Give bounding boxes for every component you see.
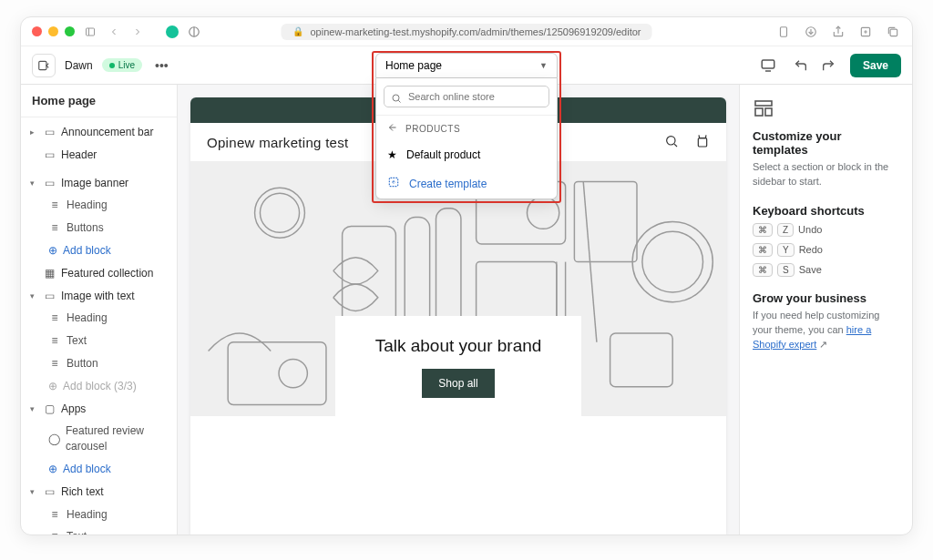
sidebar-toggle-icon[interactable]	[82, 24, 98, 40]
svg-point-22	[667, 136, 675, 144]
close-window-icon[interactable]	[32, 26, 42, 36]
block-ib-heading[interactable]: ≡Heading	[21, 194, 177, 217]
url-bar[interactable]: 🔒 opinew-marketing-test.myshopify.com/ad…	[282, 24, 652, 40]
section-tree: ▸▭Announcement bar ▭Header ▾▭Image banne…	[21, 117, 177, 535]
block-iwt-heading[interactable]: ≡Heading	[21, 307, 177, 330]
cart-icon[interactable]	[695, 134, 710, 151]
undo-button[interactable]	[790, 55, 812, 76]
exit-editor-button[interactable]	[32, 54, 56, 77]
lock-icon: 🔒	[292, 26, 303, 36]
svg-line-23	[674, 144, 677, 147]
brand-heading: Talk about your brand	[350, 336, 567, 356]
button-icon: ≡	[48, 356, 61, 372]
svg-rect-45	[765, 108, 772, 116]
search-input[interactable]	[384, 86, 549, 107]
search-icon	[391, 91, 402, 107]
shortcut-redo: ⌘YRedo	[753, 243, 899, 257]
shield-icon[interactable]	[188, 25, 200, 38]
image-text-icon: ▭	[43, 289, 56, 304]
share-icon[interactable]	[830, 24, 846, 40]
button-icon: ≡	[48, 220, 61, 236]
customize-text: Select a section or block in the sidebar…	[753, 160, 899, 189]
svg-rect-12	[762, 60, 774, 68]
browser-window: 🔒 opinew-marketing-test.myshopify.com/ad…	[20, 16, 913, 535]
svg-point-14	[393, 95, 399, 101]
header-icon: ▭	[43, 148, 56, 163]
redo-button[interactable]	[817, 55, 839, 76]
tabs-icon[interactable]	[885, 24, 901, 40]
maximize-window-icon[interactable]	[65, 26, 75, 36]
add-block-iwt: ⊕Add block (3/3)	[21, 375, 177, 398]
shop-all-button[interactable]: Shop all	[422, 369, 494, 398]
section-featured-collection[interactable]: ▦Featured collection	[21, 262, 177, 285]
text-icon: ≡	[48, 198, 61, 213]
svg-rect-3	[781, 26, 787, 36]
browser-chrome: 🔒 opinew-marketing-test.myshopify.com/ad…	[21, 17, 912, 46]
grow-text: If you need help customizing your theme,…	[753, 309, 899, 352]
svg-rect-11	[39, 61, 46, 69]
dropdown-create-template[interactable]: Create template	[376, 168, 557, 199]
section-image-with-text[interactable]: ▾▭Image with text	[21, 285, 177, 308]
svg-rect-43	[755, 101, 772, 106]
new-tab-icon[interactable]	[857, 24, 874, 40]
right-panel: Customize your templates Select a sectio…	[739, 85, 912, 535]
forward-icon[interactable]	[129, 24, 146, 40]
collection-icon: ▦	[43, 266, 56, 281]
svg-rect-24	[698, 137, 706, 146]
live-badge: Live	[102, 58, 142, 72]
template-selector[interactable]: Home page ▼	[375, 53, 558, 78]
section-announcement-bar[interactable]: ▸▭Announcement bar	[21, 121, 177, 144]
block-rt-text[interactable]: ≡Text	[21, 525, 177, 535]
more-menu-button[interactable]: •••	[151, 55, 172, 76]
editor-top-bar: Dawn Live ••• Home page ▼ Save	[21, 46, 912, 85]
section-apps[interactable]: ▾▢Apps	[21, 398, 177, 421]
plus-icon: ⊕	[48, 379, 57, 394]
minimize-window-icon[interactable]	[48, 26, 58, 36]
section-image-banner[interactable]: ▾▭Image banner	[21, 172, 177, 195]
customize-heading: Customize your templates	[753, 129, 899, 157]
search-icon[interactable]	[664, 134, 679, 151]
svg-rect-44	[755, 108, 763, 116]
text-icon: ≡	[48, 529, 61, 535]
brand-panel: Talk about your brand Shop all	[335, 316, 581, 416]
text-icon: ≡	[48, 311, 61, 326]
image-icon: ▭	[43, 176, 56, 191]
shortcut-undo: ⌘ZUndo	[753, 223, 899, 237]
dropdown-item-default-product[interactable]: ★ Default product	[376, 141, 557, 168]
section-header[interactable]: ▭Header	[21, 144, 177, 167]
opinew-icon: ◯	[48, 432, 60, 447]
save-button[interactable]: Save	[850, 54, 901, 77]
block-featured-review-carousel[interactable]: ◯Featured review carousel	[21, 420, 177, 458]
grammarly-icon[interactable]	[166, 25, 179, 38]
reader-icon[interactable]	[775, 24, 792, 40]
svg-rect-0	[87, 28, 95, 36]
templates-icon	[753, 97, 899, 122]
star-icon: ★	[387, 148, 397, 161]
back-arrow-icon	[387, 122, 398, 135]
store-title: Opinew marketing test	[207, 135, 349, 150]
svg-rect-10	[890, 29, 897, 36]
chevron-down-icon: ▼	[539, 61, 548, 70]
sidebar-title: Home page	[21, 85, 177, 117]
block-ib-buttons[interactable]: ≡Buttons	[21, 217, 177, 239]
url-text: opinew-marketing-test.myshopify.com/admi…	[311, 26, 641, 37]
shortcut-save: ⌘SSave	[753, 263, 899, 277]
back-icon[interactable]	[106, 24, 122, 40]
block-iwt-button[interactable]: ≡Button	[21, 352, 177, 375]
dropdown-back-products[interactable]: PRODUCTS	[376, 115, 557, 141]
create-template-icon	[387, 176, 400, 191]
plus-icon: ⊕	[48, 462, 57, 477]
block-iwt-text[interactable]: ≡Text	[21, 330, 177, 352]
block-rt-heading[interactable]: ≡Heading	[21, 504, 177, 526]
apps-icon: ▢	[43, 402, 56, 417]
text-icon: ≡	[48, 507, 61, 523]
download-icon[interactable]	[803, 24, 819, 40]
desktop-view-button[interactable]	[757, 55, 779, 76]
add-block-apps[interactable]: ⊕Add block	[21, 458, 177, 481]
plus-icon: ⊕	[48, 243, 57, 259]
add-block-ib[interactable]: ⊕Add block	[21, 239, 177, 262]
grow-heading: Grow your business	[753, 291, 899, 305]
hero-section: Talk about your brand Shop all	[190, 161, 726, 416]
section-rich-text[interactable]: ▾▭Rich text	[21, 481, 177, 504]
svg-line-15	[398, 100, 400, 102]
